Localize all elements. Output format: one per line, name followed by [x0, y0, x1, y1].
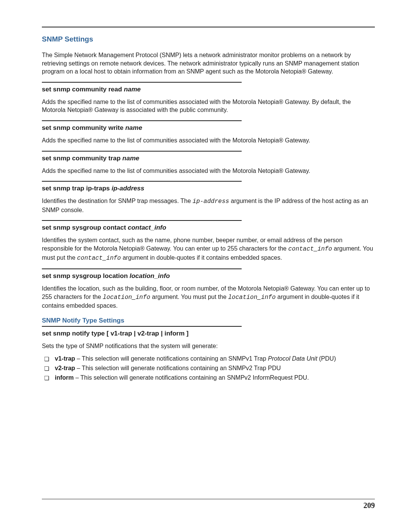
command-argument: contact_info — [128, 224, 166, 231]
intro-paragraph: The Simple Network Management Protocol (… — [42, 51, 375, 76]
list-item: ❏v2-trap – This selection will generate … — [42, 364, 375, 372]
bullet-icon: ❏ — [44, 374, 49, 382]
code-argument: location_info — [103, 294, 150, 301]
code-argument: contact_info — [288, 246, 332, 252]
command-description: Identifies the system contact, such as t… — [42, 236, 375, 262]
command-heading: set snmp sysgroup contact contact_info — [42, 224, 375, 232]
text-run: – This selection will generate notificat… — [75, 355, 268, 362]
page-number: 209 — [363, 501, 375, 510]
notify-lead: Sets the type of SNMP notifications that… — [42, 342, 375, 350]
code-argument: ip-address — [193, 198, 229, 205]
command-description: Adds the specified name to the list of c… — [42, 98, 375, 114]
text-run: – This selection will generate notificat… — [74, 374, 309, 381]
list-item: ❏v1-trap – This selection will generate … — [42, 354, 375, 363]
command-heading: set snmp sysgroup location location_info — [42, 272, 375, 280]
document-page: SNMP Settings The Simple Network Managem… — [0, 0, 411, 532]
option-name: v2-trap — [55, 365, 75, 371]
text-run: Identifies the destination for SNMP trap… — [42, 198, 193, 204]
command-description: Identifies the destination for SNMP trap… — [42, 197, 375, 214]
divider-rule — [42, 181, 242, 182]
command-heading: set snmp community write name — [42, 124, 375, 132]
section-title: SNMP Settings — [42, 35, 375, 43]
code-argument: location_info — [228, 294, 276, 301]
command-argument: name — [125, 124, 142, 131]
subsection-title: SNMP Notify Type Settings — [42, 317, 375, 324]
command-argument: name — [124, 86, 140, 93]
command-heading: set snmp notify type [ v1-trap | v2-trap… — [42, 330, 375, 337]
command-description: Adds the specified name to the list of c… — [42, 136, 375, 145]
divider-rule — [42, 268, 242, 269]
command-heading: set snmp trap ip-traps ip-address — [42, 185, 375, 192]
text-run: (PDU) — [317, 355, 336, 362]
bullet-icon: ❏ — [44, 364, 49, 373]
command-heading: set snmp community trap name — [42, 155, 375, 162]
option-name: inform — [55, 374, 74, 381]
command-description: Identifies the location, such as the bui… — [42, 284, 375, 310]
command-argument: location_info — [130, 272, 170, 280]
code-argument: contact_info — [77, 255, 121, 262]
text-run: – This selection will generate notificat… — [75, 365, 280, 371]
command-prefix: set snmp community read — [42, 86, 124, 93]
bottom-rule — [42, 499, 375, 499]
command-prefix: set snmp community trap — [42, 155, 123, 162]
divider-rule — [42, 120, 242, 121]
top-rule — [42, 27, 375, 27]
notify-bullet-list: ❏v1-trap – This selection will generate … — [42, 354, 375, 382]
command-prefix: set snmp community write — [42, 124, 125, 131]
command-prefix: set snmp sysgroup contact — [42, 224, 128, 231]
text-run: argument in double-quotes if it contains… — [121, 254, 282, 261]
command-argument: ip-address — [112, 185, 144, 192]
option-name: v1-trap — [55, 355, 75, 362]
divider-rule — [42, 151, 242, 152]
list-item: ❏inform – This selection will generate n… — [42, 373, 375, 382]
command-argument: name — [123, 155, 139, 162]
command-sections: set snmp community read nameAdds the spe… — [42, 82, 375, 310]
divider-rule — [42, 326, 242, 327]
divider-rule — [42, 82, 242, 83]
italic-term: Protocol Data Unit — [268, 355, 317, 362]
command-prefix: set snmp sysgroup location — [42, 272, 130, 280]
command-description: Adds the specified name to the list of c… — [42, 167, 375, 175]
text-run: argument. You must put the — [150, 294, 228, 300]
command-heading: set snmp community read name — [42, 86, 375, 93]
command-prefix: set snmp trap ip-traps — [42, 185, 112, 192]
bullet-icon: ❏ — [44, 355, 49, 363]
divider-rule — [42, 220, 242, 221]
